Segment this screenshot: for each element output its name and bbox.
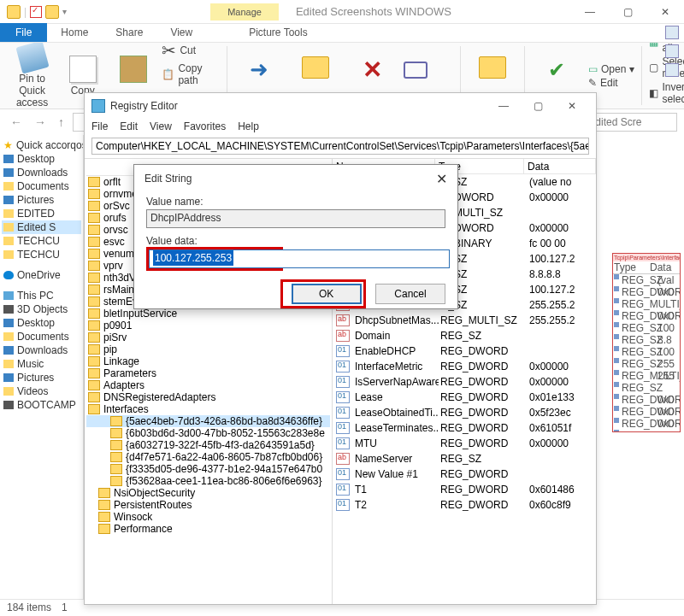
tree-node-guid[interactable]: {f53628aa-cee1-11ea-bc86-806e6f6e6963} (86, 475, 330, 487)
minimize-button[interactable]: — (571, 0, 609, 24)
tree-node-guid[interactable]: {a6032719-322f-45fb-4f3-da2643591a5d} (86, 439, 330, 451)
tab-view[interactable]: View (156, 23, 206, 42)
value-row[interactable]: T2REG_DWORD0x60c8f9 (333, 497, 596, 513)
regedit-maximize[interactable]: ▢ (521, 100, 555, 112)
nav-edited-s[interactable]: Edited S (2, 220, 81, 234)
nav-3dobjects[interactable]: 3D Objects (2, 302, 81, 316)
delete-button[interactable]: ✕Delete (347, 56, 397, 96)
up-button[interactable]: ↑ (55, 115, 68, 129)
tab-share[interactable]: Share (102, 23, 156, 42)
tree-node-guid[interactable]: {d4f7e571-6a22-4a06-8605-7b87cfb0bd06} (86, 451, 330, 463)
col-data[interactable]: Data (524, 159, 596, 173)
tree-node[interactable]: Parameters (86, 367, 330, 379)
value-row[interactable]: LeaseTerminates...REG_DWORD0x61051f (333, 420, 596, 436)
qat-dropdown-icon[interactable]: ▾ (62, 7, 67, 16)
maximize-button[interactable]: ▢ (609, 0, 646, 24)
value-row[interactable]: T1REG_DWORD0x601486 (333, 482, 596, 497)
invert-icon: ◧ (649, 87, 658, 99)
tree-node[interactable]: Performance (86, 523, 330, 535)
nav-desktop[interactable]: Desktop (2, 152, 81, 166)
nav-pictures[interactable]: Pictures (2, 193, 81, 207)
tree-node[interactable]: Winsock (86, 511, 330, 523)
tree-node[interactable]: Linkage (86, 355, 330, 367)
dock-icon-3[interactable] (665, 63, 679, 77)
thumb-row: REG_MULTI_SZ255 (613, 370, 680, 382)
value-row[interactable]: DomainREG_SZ (333, 328, 596, 343)
nav-onedrive[interactable]: OneDrive (2, 268, 81, 282)
menu-favorites[interactable]: Favorites (184, 120, 226, 132)
tree-node[interactable]: NsiObjectSecurity (86, 487, 330, 499)
nav-pictures2[interactable]: Pictures (2, 371, 81, 384)
value-data-input[interactable]: 100.127.255.253 (149, 249, 450, 268)
tree-node[interactable]: pip (86, 343, 330, 355)
contextual-tab-manage[interactable]: Manage (210, 3, 279, 21)
regedit-close[interactable]: ✕ (555, 100, 589, 112)
copy-to-button[interactable]: Copy (291, 56, 340, 95)
dock-icon-2[interactable] (665, 44, 679, 58)
tree-node[interactable]: Interfaces (86, 403, 330, 415)
copy-button[interactable]: Copy (61, 56, 104, 97)
value-row[interactable]: New Value #1REG_DWORD (333, 466, 596, 482)
dock-icon-1[interactable] (665, 26, 679, 39)
value-row[interactable]: IsServerNapAwareREG_DWORD0x00000 (333, 374, 596, 390)
invert-selection-button[interactable]: ◧Invert selection (649, 81, 684, 105)
rename-button[interactable]: Rename (404, 62, 453, 91)
cut-button[interactable]: ✂Cut (162, 43, 220, 61)
nav-quick-access[interactable]: ★Quick accorqosflt (2, 138, 81, 152)
edit-button[interactable]: ✎Edit (588, 77, 634, 89)
value-row[interactable]: DhcpSubnetMas...REG_MULTI_SZ255.255.2 (333, 313, 596, 328)
tree-node[interactable]: p0901 (86, 320, 330, 331)
nav-this-pc[interactable]: This PC (2, 289, 81, 302)
ok-button[interactable]: OK (292, 284, 362, 304)
close-button[interactable]: ✕ (646, 0, 684, 24)
dialog-close-button[interactable]: ✕ (436, 171, 447, 187)
value-row[interactable]: EnableDHCPREG_DWORD (333, 343, 596, 359)
qat-newfolder-icon[interactable] (45, 5, 59, 19)
value-row[interactable]: NameServerREG_SZ (333, 451, 596, 466)
value-row[interactable]: InterfaceMetricREG_DWORD0x00000 (333, 359, 596, 374)
nav-music[interactable]: Music (2, 357, 81, 371)
menu-view[interactable]: View (150, 120, 172, 132)
pin-quickaccess-button[interactable]: Pin to Quick access (10, 44, 54, 109)
tree-node[interactable]: piSrv (86, 331, 330, 343)
open-button[interactable]: ▭Open ▾ (588, 63, 634, 75)
tree-node[interactable]: PersistentRoutes (86, 499, 330, 511)
nav-techcu1[interactable]: TECHCU (2, 234, 81, 248)
tree-node-guid[interactable]: {f3335d05-de96-4377-b1e2-94a157e647b0 (86, 463, 330, 475)
copy-path-button[interactable]: 📋Copy path (162, 62, 220, 86)
nav-desktop2[interactable]: Desktop (2, 316, 81, 330)
nav-bootcamp[interactable]: BOOTCAMP (2, 398, 81, 412)
tab-home[interactable]: Home (47, 23, 102, 42)
move-to-button[interactable]: ➜Move (234, 56, 284, 95)
navigation-pane[interactable]: ★Quick accorqosflt Desktop Downloads Doc… (0, 135, 84, 599)
nav-downloads2[interactable]: Downloads (2, 343, 81, 357)
menu-file[interactable]: File (91, 120, 108, 132)
nav-edited[interactable]: EDITED (2, 207, 81, 220)
new-folder-button[interactable]: New (468, 56, 517, 95)
nav-documents[interactable]: Documents (2, 179, 81, 193)
menu-help[interactable]: Help (238, 120, 259, 132)
regedit-minimize[interactable]: — (486, 100, 521, 112)
tree-node[interactable]: Adapters (86, 379, 330, 391)
value-row[interactable]: MTUREG_DWORD0x00000 (333, 436, 596, 451)
cancel-button[interactable]: Cancel (375, 284, 445, 304)
back-button[interactable]: ← (7, 115, 26, 129)
forward-button[interactable]: → (31, 115, 50, 129)
nav-downloads[interactable]: Downloads (2, 166, 81, 179)
paste-button[interactable]: Paste (111, 56, 155, 97)
value-row[interactable]: LeaseObtainedTi...REG_DWORD0x5f23ec (333, 405, 596, 420)
newfolder-icon (479, 56, 506, 79)
value-row[interactable]: LeaseREG_DWORD0x01e133 (333, 390, 596, 405)
tree-node-guid[interactable]: {5aec4beb-7dd3-426a-86bd-ba8d34636ffe} (86, 415, 330, 427)
qat-properties-icon[interactable] (30, 6, 42, 18)
regedit-path-input[interactable]: Computer\HKEY_LOCAL_MACHINE\SYSTEM\Curre… (91, 138, 589, 155)
nav-videos[interactable]: Videos (2, 384, 81, 398)
properties-button[interactable]: ✔Properties (532, 58, 581, 94)
tree-node-guid[interactable]: {6b03bd6d-3d00-47bb-8052-15563c283e8e (86, 427, 330, 439)
tree-node[interactable]: DNSRegisteredAdapters (86, 391, 330, 403)
nav-techcu2[interactable]: TECHCU (2, 248, 81, 261)
tab-picture-tools[interactable]: Picture Tools (235, 23, 321, 42)
nav-documents2[interactable]: Documents (2, 330, 81, 343)
tab-file[interactable]: File (0, 23, 47, 42)
menu-edit[interactable]: Edit (120, 120, 138, 132)
